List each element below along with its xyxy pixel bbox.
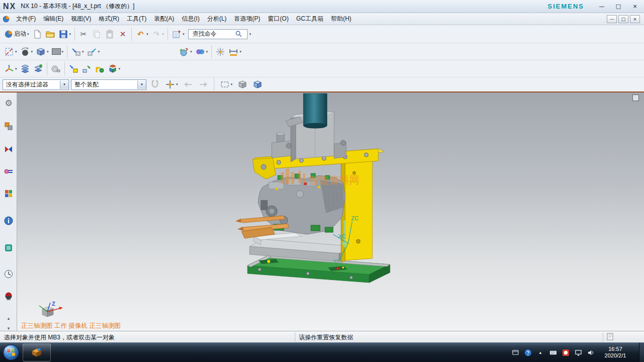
- menu-view[interactable]: 视图(V): [67, 13, 95, 25]
- navigation-gear-icon[interactable]: ⚙: [2, 97, 15, 110]
- undo-icon: ↶: [135, 29, 145, 39]
- hd3d-tools-icon[interactable]: [2, 241, 15, 254]
- datum-csys-button[interactable]: ▾: [3, 62, 19, 76]
- new-file-button[interactable]: [31, 27, 44, 41]
- orient-view-button[interactable]: ▾: [3, 45, 19, 59]
- layer-in-view-button[interactable]: [32, 62, 45, 76]
- caret-icon: ▾: [62, 50, 64, 54]
- viewport-corner-widget[interactable]: [632, 95, 639, 101]
- app-menu-icon[interactable]: [2, 15, 10, 23]
- menu-assemblies[interactable]: 装配(A): [150, 13, 178, 25]
- rotate-view-button[interactable]: ▾: [19, 45, 35, 59]
- rendering-style-button[interactable]: ▾: [34, 45, 50, 59]
- taskbar-clock[interactable]: 16:57 2020/2/1: [599, 346, 631, 359]
- minimize-button[interactable]: —: [596, 2, 608, 11]
- menu-analysis[interactable]: 分析(L): [204, 13, 230, 25]
- network-icon[interactable]: [574, 348, 582, 356]
- redo-button[interactable]: ↷ ▾: [150, 27, 166, 41]
- move-to-layer-button[interactable]: ▾: [69, 45, 86, 59]
- menu-information[interactable]: 信息(I): [178, 13, 203, 25]
- command-search-input[interactable]: [192, 30, 235, 38]
- object-color-button[interactable]: ▾: [50, 45, 65, 59]
- assembly-navigator-icon[interactable]: [2, 165, 15, 178]
- add-component-button[interactable]: [67, 62, 80, 76]
- magnet-icon: [150, 79, 160, 89]
- exploded-cube-icon: [108, 64, 118, 74]
- true-shading-button[interactable]: ▾: [178, 45, 194, 59]
- snap-view-button[interactable]: [214, 45, 227, 59]
- press-cylinder[interactable]: [303, 94, 327, 129]
- constraint-navigator-icon[interactable]: [2, 143, 15, 156]
- back-arrow-icon: [183, 79, 193, 89]
- cut-button[interactable]: ✂: [77, 27, 90, 41]
- measure-distance-button[interactable]: ▾: [227, 45, 243, 59]
- move-component-icon: [82, 64, 92, 74]
- show-desktop-button[interactable]: [639, 343, 644, 362]
- menu-preferences[interactable]: 首选项(P): [230, 13, 264, 25]
- caret-icon: ▾: [69, 32, 71, 36]
- history-icon[interactable]: [2, 267, 15, 281]
- show-hide-button[interactable]: ▾: [194, 45, 210, 59]
- save-button[interactable]: ▾: [57, 27, 73, 41]
- document-minimize-button[interactable]: —: [607, 15, 617, 23]
- search-history-caret-icon[interactable]: ▾: [250, 32, 252, 36]
- cad-model-canvas[interactable]: ZC XC YC 智造资料网 Z 正三轴测图 工作 摄像机 正三轴测图: [17, 93, 644, 331]
- journal-button[interactable]: [49, 62, 62, 76]
- hidden-icons-chevron-icon[interactable]: ▴: [536, 348, 544, 356]
- assembly-constraints-button[interactable]: [93, 62, 106, 76]
- start-menu-button[interactable]: 启动 ▾: [3, 27, 31, 41]
- document-close-button[interactable]: ×: [630, 15, 640, 23]
- command-finder[interactable]: [188, 29, 248, 39]
- roles-icon[interactable]: [2, 120, 15, 133]
- select-previous-button[interactable]: [182, 77, 195, 92]
- status-message: 该操作重置恢复数据: [299, 333, 353, 342]
- snap-point-button[interactable]: ▾: [164, 77, 180, 92]
- reuse-library-icon[interactable]: [2, 187, 15, 200]
- selection-filter-combo[interactable]: 没有选择过滤器 ▾: [3, 79, 69, 90]
- menu-window[interactable]: 窗口(O): [264, 13, 292, 25]
- copy-button[interactable]: [90, 27, 103, 41]
- system-materials-icon[interactable]: [2, 290, 15, 303]
- menu-gc-toolbox[interactable]: GC工具箱: [293, 13, 327, 25]
- view-triad[interactable]: Z: [39, 301, 62, 317]
- maximize-button[interactable]: □: [612, 2, 624, 11]
- menu-file[interactable]: 文件(F): [13, 13, 39, 25]
- input-method-icon[interactable]: [561, 348, 570, 356]
- close-button[interactable]: ×: [629, 2, 641, 11]
- caret-icon: ▾: [239, 50, 242, 54]
- keyboard-layout-icon[interactable]: [549, 348, 557, 356]
- status-doc-icon[interactable]: [606, 332, 615, 341]
- start-button[interactable]: [3, 344, 20, 361]
- document-restore-button[interactable]: □: [618, 15, 628, 23]
- layer-settings-button[interactable]: [19, 62, 32, 76]
- select-next-button[interactable]: [197, 77, 210, 92]
- chevron-down-icon[interactable]: ▾: [60, 80, 68, 89]
- menu-help[interactable]: 帮助(H): [328, 13, 355, 25]
- caret-icon: ▾: [47, 50, 49, 54]
- exploded-views-button[interactable]: ▾: [106, 62, 122, 76]
- snap-enable-button[interactable]: [148, 77, 162, 92]
- select-general-objects-button[interactable]: [236, 77, 249, 92]
- repeat-command-button[interactable]: ▾: [170, 27, 186, 41]
- menu-format[interactable]: 格式(R): [95, 13, 123, 25]
- graphics-window[interactable]: ZC XC YC 智造资料网 Z 正三轴测图 工作 摄像机 正三轴测图: [17, 93, 644, 331]
- tray-app-icon[interactable]: [511, 348, 519, 356]
- web-browser-icon[interactable]: [2, 214, 15, 227]
- rectangle-select-button[interactable]: ▾: [218, 77, 234, 92]
- delete-button[interactable]: ✕: [116, 27, 129, 41]
- select-solid-body-button[interactable]: [251, 77, 264, 92]
- menu-edit[interactable]: 编辑(E): [40, 13, 67, 25]
- assembly-toolbar: ▾ ▾: [0, 60, 644, 77]
- open-file-button[interactable]: [44, 27, 57, 41]
- move-component-button[interactable]: [80, 62, 93, 76]
- paste-button[interactable]: [103, 27, 116, 41]
- undo-button[interactable]: ↶ ▾: [134, 27, 150, 41]
- selection-scope-combo[interactable]: 整个装配 ▾: [71, 79, 146, 90]
- copy-to-layer-button[interactable]: ▾: [86, 45, 102, 59]
- chevron-down-icon[interactable]: ▾: [137, 80, 146, 89]
- nx-taskbar-button[interactable]: [23, 343, 51, 361]
- tray-help-icon[interactable]: [524, 348, 532, 356]
- menu-tools[interactable]: 工具(T): [123, 13, 150, 25]
- search-icon[interactable]: [235, 30, 243, 38]
- volume-icon[interactable]: [587, 348, 595, 356]
